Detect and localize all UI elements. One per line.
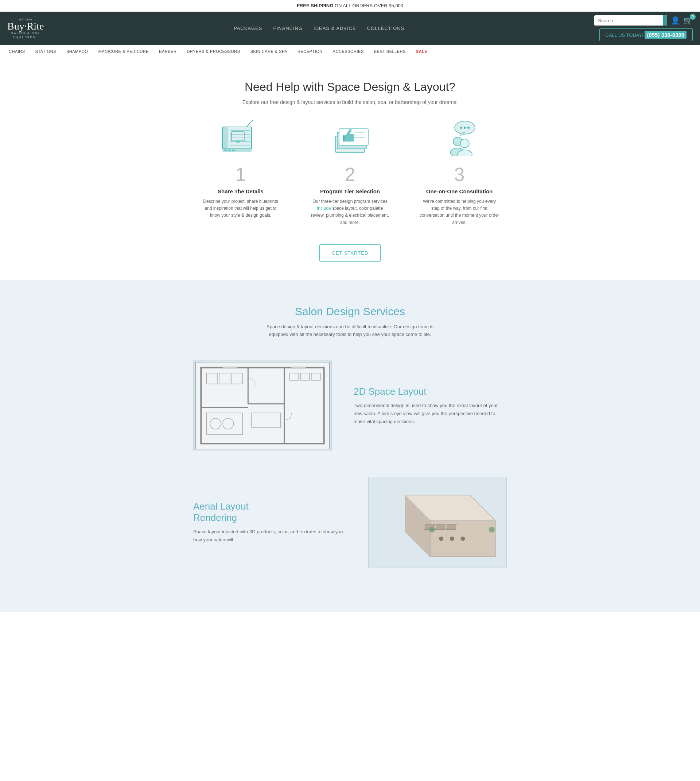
svg-point-24 — [460, 127, 462, 129]
2d-layout-desc: Two-dimensional design is used to show y… — [353, 402, 507, 426]
step-1: 1 Share The Details Describe your projec… — [200, 120, 281, 226]
logo-name: Buy·Rite — [7, 21, 44, 32]
svg-rect-8 — [236, 141, 240, 143]
svg-point-59 — [450, 537, 454, 541]
svg-point-25 — [464, 127, 466, 129]
step-1-icon — [219, 120, 262, 156]
header: EST.1896 Buy·Rite SALON & SPAEQUIPMENT P… — [0, 12, 700, 45]
svg-point-29 — [460, 139, 469, 148]
step-3-number: 3 — [419, 164, 500, 185]
nav-ideas[interactable]: IDEAS & ADVICE — [313, 25, 356, 31]
get-started-button[interactable]: GET STARTED — [319, 244, 381, 262]
nav-packages[interactable]: PACKAGES — [234, 25, 262, 31]
blueprint-icon — [219, 120, 262, 156]
svg-rect-52 — [435, 524, 445, 530]
cat-barber[interactable]: BARBER — [154, 45, 182, 58]
cat-skincare[interactable]: SKIN CARE & SPA — [245, 45, 292, 58]
aerial-title: Aerial LayoutRendering — [193, 501, 347, 524]
svg-rect-18 — [343, 135, 345, 142]
aerial-image — [368, 477, 507, 568]
step-2: 2 Program Tier Selection Our three-tier … — [310, 120, 390, 226]
cat-sale[interactable]: SALE — [411, 45, 432, 58]
svg-rect-13 — [228, 150, 231, 151]
hero-section: Need Help with Space Design & Layout? Ex… — [0, 58, 700, 280]
cart-badge: 0 — [690, 14, 696, 20]
step-2-icon — [328, 120, 372, 156]
svg-rect-12 — [224, 150, 227, 151]
cat-chairs[interactable]: CHAIRS — [3, 45, 30, 58]
nav-financing[interactable]: FINANCING — [273, 25, 303, 31]
svg-rect-1 — [222, 127, 228, 149]
step-3-icon — [438, 120, 481, 156]
svg-point-61 — [429, 527, 435, 532]
floorplan-image — [193, 360, 332, 451]
top-banner: FREE SHIPPING ON ALL ORDERS OVER $5,000 — [0, 0, 700, 12]
call-prefix: CALL US TODAY! — [605, 32, 643, 38]
main-nav: PACKAGES FINANCING IDEAS & ADVICE COLLEC… — [234, 25, 404, 31]
step-3: 3 One-on-One Consultation We're committe… — [419, 120, 500, 226]
salon-design-desc: Space design & layout decisions can be d… — [259, 323, 441, 339]
floorplan-svg — [193, 360, 332, 451]
step-2-title: Program Tier Selection — [310, 188, 390, 194]
step-3-desc: We're committed to helping you every ste… — [419, 198, 500, 226]
banner-bold: FREE SHIPPING — [297, 3, 333, 8]
svg-point-62 — [489, 527, 495, 532]
step-3-title: One-on-One Consultation — [419, 188, 500, 194]
user-icon[interactable]: 👤 — [671, 16, 680, 25]
hero-subtitle: Explore our free design & layout service… — [7, 99, 693, 105]
aerial-desc: Space layout injected with 3D products, … — [193, 528, 347, 544]
svg-rect-53 — [446, 524, 456, 530]
cart-icon[interactable]: 🛒 0 — [683, 16, 693, 25]
cat-dryers[interactable]: DRYERS & PROCESSORS — [182, 45, 245, 58]
cat-shampoo[interactable]: SHAMPOO — [61, 45, 93, 58]
logo: EST.1896 Buy·Rite SALON & SPAEQUIPMENT — [7, 18, 44, 39]
steps-container: 1 Share The Details Describe your projec… — [7, 120, 693, 226]
svg-line-9 — [248, 120, 253, 125]
cat-accessories[interactable]: ACCESSORIES — [328, 45, 369, 58]
search-input[interactable] — [594, 16, 663, 25]
call-number: (855) 338-8390 — [645, 31, 687, 39]
call-button[interactable]: CALL US TODAY! (855) 338-8390 — [599, 28, 693, 41]
svg-point-26 — [467, 127, 470, 129]
salon-design-title: Salon Design Services — [7, 305, 693, 318]
tier-selection-icon — [328, 120, 372, 156]
search-button[interactable]: 🔍 — [663, 15, 667, 25]
step-1-number: 1 — [200, 164, 281, 185]
aerial-svg — [368, 477, 507, 567]
cat-stations[interactable]: STATIONS — [30, 45, 61, 58]
category-nav: CHAIRS STATIONS SHAMPOO MANICURE & PEDIC… — [0, 45, 700, 58]
design-item-aerial: Aerial LayoutRendering Space layout inje… — [193, 477, 507, 568]
design-item-2d: 2D Space Layout Two-dimensional design i… — [193, 360, 507, 451]
cat-reception[interactable]: RECEPTION — [292, 45, 328, 58]
step-2-number: 2 — [310, 164, 390, 185]
logo-sub: SALON & SPAEQUIPMENT — [7, 32, 44, 39]
step-1-desc: Describe your project, share blueprints … — [200, 198, 281, 219]
step-2-desc: Our three-tier design program services i… — [310, 198, 390, 226]
step-1-title: Share The Details — [200, 188, 281, 194]
search-box: 🔍 — [594, 15, 667, 25]
svg-rect-14 — [232, 150, 235, 151]
consultation-icon — [438, 120, 481, 156]
svg-point-58 — [439, 537, 443, 541]
aerial-text: Aerial LayoutRendering Space layout inje… — [193, 501, 347, 544]
banner-normal: ON ALL ORDERS OVER $5,000 — [335, 3, 403, 8]
cat-manicure[interactable]: MANICURE & PEDICURE — [93, 45, 154, 58]
cat-bestsellers[interactable]: BEST SELLERS — [369, 45, 411, 58]
header-right: 🔍 👤 🛒 0 CALL US TODAY! (855) 338-8390 — [594, 15, 693, 41]
salon-design-section: Salon Design Services Space design & lay… — [0, 280, 700, 612]
nav-collections[interactable]: COLLECTIONS — [367, 25, 405, 31]
hero-title: Need Help with Space Design & Layout? — [7, 80, 693, 94]
svg-point-60 — [460, 537, 465, 541]
2d-layout-title: 2D Space Layout — [353, 386, 507, 397]
2d-layout-text: 2D Space Layout Two-dimensional design i… — [353, 386, 507, 426]
